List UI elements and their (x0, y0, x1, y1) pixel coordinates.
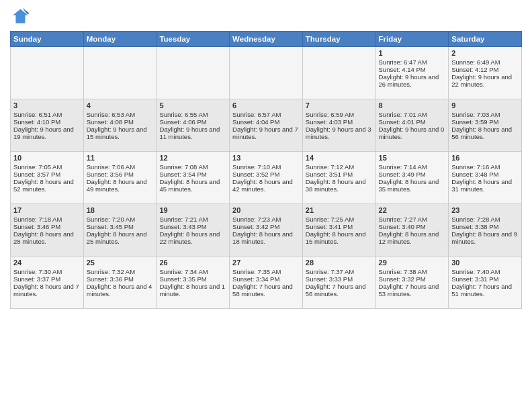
calendar-cell: 18Sunrise: 7:20 AMSunset: 3:45 PMDayligh… (83, 204, 157, 257)
day-info-line: Daylight: 8 hours and 4 minutes. (87, 283, 154, 298)
calendar-cell: 2Sunrise: 6:49 AMSunset: 4:12 PMDaylight… (449, 47, 522, 99)
day-info-line: Daylight: 7 hours and 56 minutes. (306, 283, 373, 298)
day-info-line: Sunrise: 7:01 AM (379, 111, 446, 118)
day-info-line: Daylight: 8 hours and 56 minutes. (451, 126, 519, 140)
day-info-line: Sunrise: 6:53 AM (87, 111, 154, 118)
day-info-line: Daylight: 8 hours and 1 minute. (159, 283, 226, 298)
calendar-cell: 23Sunrise: 7:28 AMSunset: 3:38 PMDayligh… (449, 204, 522, 257)
day-info-line: Daylight: 8 hours and 12 minutes. (379, 230, 446, 245)
calendar-cell: 30Sunrise: 7:40 AMSunset: 3:31 PMDayligh… (449, 257, 522, 309)
day-number: 30 (451, 259, 519, 267)
day-info-line: Sunrise: 7:37 AM (306, 268, 373, 275)
day-number: 16 (451, 154, 519, 162)
header-day-sunday: Sunday (11, 32, 84, 47)
logo (10, 7, 32, 26)
day-info-line: Sunrise: 6:49 AM (451, 58, 519, 66)
week-row-5: 24Sunrise: 7:30 AMSunset: 3:37 PMDayligh… (11, 257, 522, 309)
day-info-line: Sunset: 4:04 PM (232, 118, 300, 126)
day-info-line: Daylight: 8 hours and 35 minutes. (379, 178, 446, 193)
calendar-cell: 12Sunrise: 7:08 AMSunset: 3:54 PMDayligh… (157, 152, 230, 204)
day-info-line: Daylight: 9 hours and 11 minutes. (159, 126, 226, 140)
day-number: 21 (306, 206, 373, 214)
day-number: 24 (13, 259, 81, 267)
day-info-line: Sunrise: 7:25 AM (306, 216, 373, 223)
day-info-line: Sunrise: 7:27 AM (379, 216, 446, 223)
day-info-line: Sunset: 3:59 PM (451, 118, 519, 126)
day-info-line: Sunrise: 7:16 AM (451, 163, 519, 171)
day-number: 22 (379, 206, 446, 214)
day-number: 6 (232, 101, 300, 109)
day-info-line: Sunset: 3:37 PM (13, 275, 81, 283)
day-info-line: Daylight: 8 hours and 9 minutes. (451, 230, 519, 245)
day-info-line: Daylight: 8 hours and 42 minutes. (232, 178, 300, 193)
day-number: 9 (451, 101, 519, 109)
day-info-line: Daylight: 9 hours and 7 minutes. (232, 126, 300, 140)
day-info-line: Sunset: 4:14 PM (379, 66, 446, 73)
day-info-line: Sunrise: 6:55 AM (159, 111, 226, 118)
day-info-line: Sunrise: 7:35 AM (232, 268, 300, 275)
header-day-thursday: Thursday (302, 32, 375, 47)
day-number: 18 (87, 206, 154, 214)
day-info-line: Daylight: 8 hours and 31 minutes. (451, 178, 519, 193)
day-info-line: Sunset: 4:06 PM (159, 118, 226, 126)
day-info-line: Sunset: 4:03 PM (306, 118, 373, 126)
header-day-wednesday: Wednesday (230, 32, 303, 47)
calendar-cell: 22Sunrise: 7:27 AMSunset: 3:40 PMDayligh… (375, 204, 449, 257)
day-info-line: Daylight: 9 hours and 3 minutes. (306, 126, 373, 140)
day-info-line: Sunset: 4:10 PM (13, 118, 81, 126)
day-number: 19 (159, 206, 226, 214)
day-info-line: Sunset: 3:40 PM (379, 223, 446, 230)
day-number: 12 (159, 154, 226, 162)
day-number: 26 (159, 259, 226, 267)
day-info-line: Sunrise: 7:10 AM (232, 163, 300, 171)
day-info-line: Daylight: 9 hours and 22 minutes. (451, 73, 519, 88)
calendar-cell: 15Sunrise: 7:14 AMSunset: 3:49 PMDayligh… (375, 152, 449, 204)
header-day-monday: Monday (83, 32, 157, 47)
calendar-cell (302, 47, 375, 99)
day-info-line: Daylight: 8 hours and 52 minutes. (13, 178, 81, 193)
day-number: 2 (451, 49, 519, 57)
day-info-line: Daylight: 7 hours and 51 minutes. (451, 283, 519, 298)
calendar-cell: 6Sunrise: 6:57 AMSunset: 4:04 PMDaylight… (230, 99, 303, 152)
day-info-line: Sunset: 3:51 PM (306, 171, 373, 178)
day-info-line: Daylight: 8 hours and 28 minutes. (13, 230, 81, 245)
calendar-cell: 26Sunrise: 7:34 AMSunset: 3:35 PMDayligh… (157, 257, 230, 309)
calendar-cell: 4Sunrise: 6:53 AMSunset: 4:08 PMDaylight… (83, 99, 157, 152)
calendar-cell (230, 47, 303, 99)
day-info-line: Sunset: 3:42 PM (232, 223, 300, 230)
day-info-line: Sunrise: 7:21 AM (159, 216, 226, 223)
calendar-cell: 3Sunrise: 6:51 AMSunset: 4:10 PMDaylight… (11, 99, 84, 152)
calendar-cell: 28Sunrise: 7:37 AMSunset: 3:33 PMDayligh… (302, 257, 375, 309)
day-info-line: Sunset: 3:34 PM (232, 275, 300, 283)
day-info-line: Sunset: 3:31 PM (451, 275, 519, 283)
header-row: SundayMondayTuesdayWednesdayThursdayFrid… (11, 32, 522, 47)
calendar-cell: 27Sunrise: 7:35 AMSunset: 3:34 PMDayligh… (230, 257, 303, 309)
day-info-line: Sunset: 3:45 PM (87, 223, 154, 230)
day-info-line: Daylight: 7 hours and 53 minutes. (379, 283, 446, 298)
day-info-line: Daylight: 9 hours and 15 minutes. (87, 126, 154, 140)
day-number: 25 (87, 259, 154, 267)
day-info-line: Sunrise: 7:23 AM (232, 216, 300, 223)
day-info-line: Sunset: 3:43 PM (159, 223, 226, 230)
day-info-line: Daylight: 9 hours and 19 minutes. (13, 126, 81, 140)
week-row-1: 1Sunrise: 6:47 AMSunset: 4:14 PMDaylight… (11, 47, 522, 99)
day-info-line: Sunrise: 7:06 AM (87, 163, 154, 171)
day-number: 28 (306, 259, 373, 267)
calendar-cell: 14Sunrise: 7:12 AMSunset: 3:51 PMDayligh… (302, 152, 375, 204)
header-day-saturday: Saturday (449, 32, 522, 47)
day-info-line: Sunrise: 7:32 AM (87, 268, 154, 275)
calendar-cell: 16Sunrise: 7:16 AMSunset: 3:48 PMDayligh… (449, 152, 522, 204)
day-info-line: Sunset: 4:08 PM (87, 118, 154, 126)
calendar-cell: 17Sunrise: 7:18 AMSunset: 3:46 PMDayligh… (11, 204, 84, 257)
day-number: 15 (379, 154, 446, 162)
calendar-table: SundayMondayTuesdayWednesdayThursdayFrid… (10, 31, 522, 309)
calendar-cell (83, 47, 157, 99)
day-info-line: Daylight: 9 hours and 26 minutes. (379, 73, 446, 88)
calendar-cell: 29Sunrise: 7:38 AMSunset: 3:32 PMDayligh… (375, 257, 449, 309)
day-info-line: Sunrise: 7:34 AM (159, 268, 226, 275)
calendar-cell: 19Sunrise: 7:21 AMSunset: 3:43 PMDayligh… (157, 204, 230, 257)
day-info-line: Daylight: 8 hours and 38 minutes. (306, 178, 373, 193)
calendar-cell: 5Sunrise: 6:55 AMSunset: 4:06 PMDaylight… (157, 99, 230, 152)
day-info-line: Sunset: 4:12 PM (451, 66, 519, 73)
day-info-line: Daylight: 7 hours and 58 minutes. (232, 283, 300, 298)
